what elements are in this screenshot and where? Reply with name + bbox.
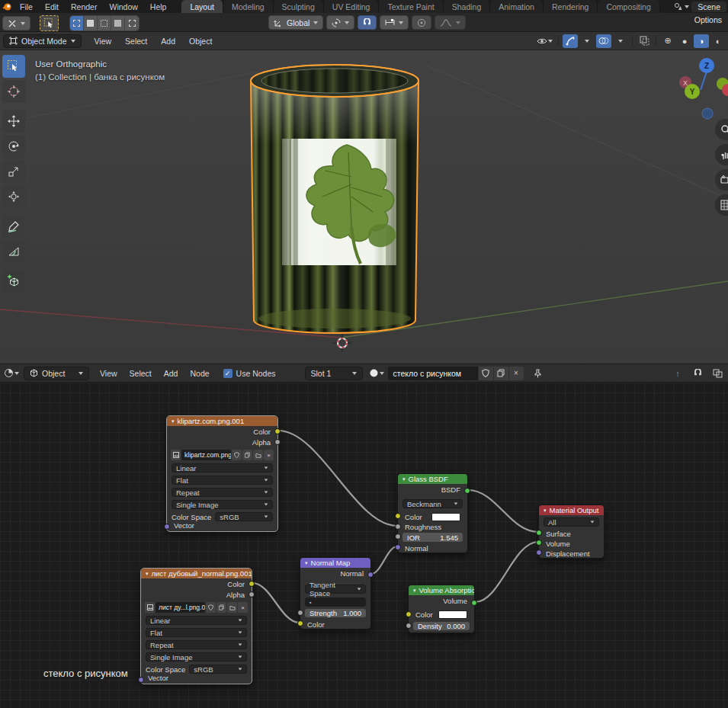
socket-color-out[interactable] <box>249 581 255 587</box>
tab-modeling[interactable]: Modeling <box>223 0 274 13</box>
space-dropdown[interactable]: Tangent Space <box>305 585 366 594</box>
snap-node-dropdown[interactable] <box>710 367 725 380</box>
shader-menu-select[interactable]: Select <box>123 369 158 378</box>
viewport-menu-add[interactable]: Add <box>154 37 182 46</box>
unlink-image-button[interactable]: × <box>264 450 274 460</box>
camera-view-button[interactable] <box>715 169 728 191</box>
blender-logo-icon[interactable] <box>0 0 14 13</box>
scene-selector[interactable]: Scene <box>674 0 728 13</box>
editor-type-dropdown[interactable] <box>2 367 21 380</box>
shading-wireframe-button[interactable]: ⊕ <box>660 34 675 48</box>
socket-color-in[interactable] <box>406 611 412 617</box>
strength-slider[interactable]: Strength1.000 <box>305 609 366 617</box>
socket-alpha-out[interactable] <box>249 591 255 597</box>
socket-density-in[interactable] <box>406 623 412 629</box>
socket-volume-in[interactable] <box>536 540 542 546</box>
image-name-field[interactable]: лист ду...l.png.001 <box>156 602 205 613</box>
source-dropdown[interactable]: Single Image <box>146 652 247 662</box>
pan-button[interactable] <box>715 144 728 165</box>
select-mode-extend[interactable] <box>84 16 98 30</box>
menu-window[interactable]: Window <box>103 0 143 13</box>
socket-color-out[interactable] <box>274 428 281 434</box>
node-header[interactable]: ▾Volume Absorption <box>409 585 474 595</box>
image-browse-button[interactable] <box>171 450 181 460</box>
tab-animation[interactable]: Animation <box>490 0 544 13</box>
new-material-button[interactable] <box>494 367 508 380</box>
proportional-edit-toggle[interactable] <box>412 15 431 30</box>
transform-orientation-dropdown[interactable]: Global <box>268 15 323 30</box>
viewport-menu-select[interactable]: Select <box>118 37 154 46</box>
color-space-dropdown[interactable]: sRGB <box>189 665 247 674</box>
menu-file[interactable]: File <box>14 0 39 13</box>
socket-surface-in[interactable] <box>536 530 542 536</box>
material-name-field[interactable]: стекло с рисунком <box>388 367 478 380</box>
shading-solid-button[interactable]: ● <box>677 34 692 48</box>
open-image-button[interactable] <box>253 450 263 460</box>
node-material-output[interactable]: ▾Material Output All Surface Volume Disp… <box>538 505 605 559</box>
options-button[interactable]: Options <box>694 15 722 24</box>
unlink-material-button[interactable]: × <box>509 367 524 380</box>
socket-vector-in[interactable] <box>138 677 144 683</box>
shading-material-preview-button[interactable]: ◑ <box>694 34 709 48</box>
tool-measure[interactable] <box>2 240 25 263</box>
tab-layout[interactable]: Layout <box>181 0 223 13</box>
density-slider[interactable]: Density0.000 <box>413 622 470 630</box>
interpolation-dropdown[interactable]: Linear <box>172 463 273 473</box>
mode-selector[interactable]: Object Mode <box>3 34 82 48</box>
select-mode-intersect[interactable] <box>125 16 139 30</box>
socket-color-in[interactable] <box>297 620 303 626</box>
tab-shading[interactable]: Shading <box>444 0 491 13</box>
uv-map-dropdown[interactable]: ▪ <box>305 597 366 607</box>
snap-toggle[interactable] <box>358 15 377 30</box>
extension-dropdown[interactable]: Repeat <box>146 640 247 649</box>
snap-target-dropdown[interactable] <box>380 15 409 30</box>
shader-menu-view[interactable]: View <box>94 369 123 378</box>
material-browse-dropdown[interactable] <box>367 367 386 380</box>
color-swatch[interactable] <box>431 513 460 521</box>
xray-toggle[interactable] <box>637 34 652 48</box>
image-browse-button[interactable] <box>145 602 155 613</box>
socket-ior-in[interactable] <box>395 533 401 540</box>
node-snap-toggle[interactable] <box>690 367 705 380</box>
viewport-menu-object[interactable]: Object <box>182 37 219 46</box>
node-header[interactable]: ▾лист дубовый_normal.png.001 <box>141 569 252 578</box>
overlays-dropdown[interactable] <box>613 34 628 48</box>
proportional-falloff-dropdown[interactable] <box>435 15 466 30</box>
gizmos-toggle[interactable] <box>563 34 578 48</box>
shader-menu-node[interactable]: Node <box>184 369 215 378</box>
menu-render[interactable]: Render <box>65 0 103 13</box>
tool-add-cube[interactable] <box>2 270 25 293</box>
shader-menu-add[interactable]: Add <box>158 369 184 378</box>
parent-node-tree-button[interactable]: ↑ <box>670 367 685 380</box>
fake-user-button[interactable] <box>479 367 493 380</box>
color-space-dropdown[interactable]: sRGB <box>215 512 273 521</box>
menu-help[interactable]: Help <box>144 0 173 13</box>
pivot-point-dropdown[interactable] <box>326 15 354 30</box>
select-mode-subtract[interactable] <box>98 16 111 30</box>
node-header[interactable]: ▾Normal Map <box>300 558 370 568</box>
distribution-dropdown[interactable]: Beckmann <box>402 499 463 508</box>
glass-jar-object[interactable] <box>246 62 423 346</box>
source-dropdown[interactable]: Single Image <box>172 500 273 509</box>
shader-id-type-selector[interactable]: Object <box>24 367 89 380</box>
material-slot-dropdown[interactable]: Slot 1 <box>305 367 363 380</box>
active-tool-button[interactable] <box>40 15 59 31</box>
socket-displacement-in[interactable] <box>536 549 542 556</box>
overlays-toggle[interactable] <box>596 34 611 48</box>
fake-user-button[interactable] <box>232 450 242 460</box>
socket-vector-in[interactable] <box>164 524 170 530</box>
tool-cursor[interactable] <box>2 80 25 103</box>
node-glass-bsdf[interactable]: ▾Glass BSDF BSDF Beckmann Color Roughnes… <box>397 473 468 553</box>
unlink-image-button[interactable]: × <box>238 602 248 613</box>
projection-dropdown[interactable]: Flat <box>146 628 247 637</box>
select-mode-invert[interactable] <box>111 16 125 30</box>
node-volume-absorption[interactable]: ▾Volume Absorption Volume Color Density0… <box>408 585 475 633</box>
extension-dropdown[interactable]: Repeat <box>172 488 273 497</box>
ior-slider[interactable]: IOR1.545 <box>402 533 463 542</box>
node-image-texture-1[interactable]: ▾klipartz.com.png.001 Color Alpha klipar… <box>166 415 278 532</box>
zoom-button[interactable] <box>715 119 728 140</box>
socket-normal-out[interactable] <box>367 572 374 578</box>
open-image-button[interactable] <box>227 602 237 613</box>
fake-user-button[interactable] <box>206 602 216 613</box>
perspective-toggle-button[interactable] <box>715 194 728 216</box>
